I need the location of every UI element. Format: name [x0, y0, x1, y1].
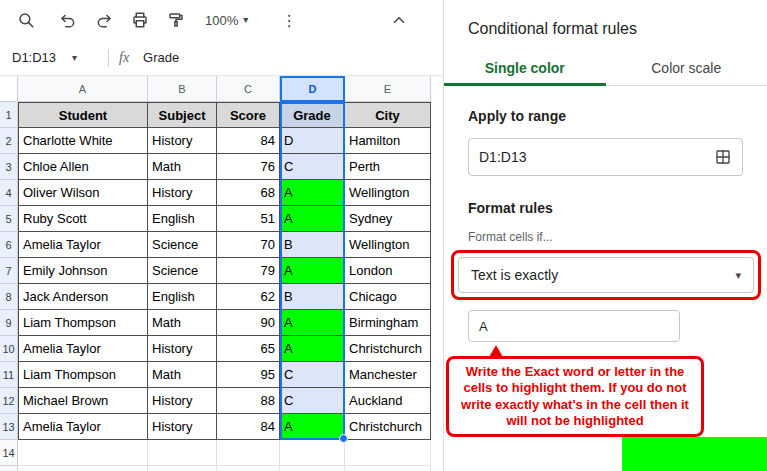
cell-B4[interactable]: History — [148, 180, 217, 206]
cell-C6[interactable]: 70 — [217, 232, 280, 258]
cell-D11[interactable]: C — [280, 362, 345, 388]
cell-D14[interactable] — [280, 440, 345, 466]
tab-single-color[interactable]: Single color — [444, 52, 606, 86]
cell-A3[interactable]: Chloe Allen — [18, 154, 148, 180]
range-input[interactable]: D1:D13 — [468, 138, 743, 176]
cell-A14[interactable] — [18, 440, 148, 466]
cell-D6[interactable]: B — [280, 232, 345, 258]
column-header-A[interactable]: A — [18, 76, 148, 102]
cell-B10[interactable]: History — [148, 336, 217, 362]
row-header-15[interactable]: 15 — [0, 466, 18, 471]
column-header-B[interactable]: B — [148, 76, 217, 102]
cell-D13[interactable]: A — [280, 414, 345, 440]
condition-dropdown[interactable]: Text is exactly ▾ — [458, 257, 754, 293]
row-header-9[interactable]: 9 — [0, 310, 18, 336]
cell-C3[interactable]: 76 — [217, 154, 280, 180]
cell-A13[interactable]: Amelia Taylor — [18, 414, 148, 440]
cell-C10[interactable]: 65 — [217, 336, 280, 362]
undo-button[interactable] — [54, 6, 82, 34]
name-box[interactable]: D1:D13 ▾ — [12, 50, 98, 65]
cell-D15[interactable] — [280, 466, 345, 471]
cell-E14[interactable] — [345, 440, 431, 466]
row-header-4[interactable]: 4 — [0, 180, 18, 206]
cell-C14[interactable] — [217, 440, 280, 466]
cell-B1[interactable]: Subject — [148, 102, 217, 128]
row-header-13[interactable]: 13 — [0, 414, 18, 440]
cell-C15[interactable] — [217, 466, 280, 471]
cell-E4[interactable]: Wellington — [345, 180, 431, 206]
cell-C9[interactable]: 90 — [217, 310, 280, 336]
cell-A9[interactable]: Liam Thompson — [18, 310, 148, 336]
cell-E13[interactable]: Christchurch — [345, 414, 431, 440]
cell-B3[interactable]: Math — [148, 154, 217, 180]
cell-B5[interactable]: English — [148, 206, 217, 232]
print-button[interactable] — [126, 6, 154, 34]
cell-A7[interactable]: Emily Johnson — [18, 258, 148, 284]
cell-E9[interactable]: Birmingham — [345, 310, 431, 336]
row-header-5[interactable]: 5 — [0, 206, 18, 232]
cell-B12[interactable]: History — [148, 388, 217, 414]
tab-color-scale[interactable]: Color scale — [606, 52, 767, 85]
cell-B9[interactable]: Math — [148, 310, 217, 336]
cell-A4[interactable]: Oliver Wilson — [18, 180, 148, 206]
row-header-10[interactable]: 10 — [0, 336, 18, 362]
cell-A11[interactable]: Liam Thompson — [18, 362, 148, 388]
cell-E3[interactable]: Perth — [345, 154, 431, 180]
cell-B7[interactable]: Science — [148, 258, 217, 284]
cell-C13[interactable]: 84 — [217, 414, 280, 440]
cell-C4[interactable]: 68 — [217, 180, 280, 206]
cell-C12[interactable]: 88 — [217, 388, 280, 414]
cell-E11[interactable]: Manchester — [345, 362, 431, 388]
cell-A15[interactable] — [18, 466, 148, 471]
condition-value-input[interactable]: A — [468, 310, 680, 342]
collapse-toolbar-button[interactable] — [385, 6, 413, 34]
row-header-1[interactable]: 1 — [0, 102, 18, 128]
cell-E1[interactable]: City — [345, 102, 431, 128]
cell-A8[interactable]: Jack Anderson — [18, 284, 148, 310]
cell-C11[interactable]: 95 — [217, 362, 280, 388]
cell-B13[interactable]: History — [148, 414, 217, 440]
cell-C8[interactable]: 62 — [217, 284, 280, 310]
cell-E2[interactable]: Hamilton — [345, 128, 431, 154]
row-header-6[interactable]: 6 — [0, 232, 18, 258]
cell-B14[interactable] — [148, 440, 217, 466]
cell-B2[interactable]: History — [148, 128, 217, 154]
paint-format-button[interactable] — [162, 6, 190, 34]
formula-input[interactable]: Grade — [143, 50, 179, 65]
more-options-button[interactable]: ⋮ — [277, 11, 301, 30]
grid-corner[interactable] — [0, 76, 18, 102]
row-header-3[interactable]: 3 — [0, 154, 18, 180]
cell-E8[interactable]: Chicago — [345, 284, 431, 310]
cell-B15[interactable] — [148, 466, 217, 471]
cell-D1[interactable]: Grade — [280, 102, 345, 128]
cell-A1[interactable]: Student — [18, 102, 148, 128]
cell-E5[interactable]: Sydney — [345, 206, 431, 232]
column-header-E[interactable]: E — [345, 76, 431, 102]
row-header-11[interactable]: 11 — [0, 362, 18, 388]
cell-D12[interactable]: C — [280, 388, 345, 414]
cell-B6[interactable]: Science — [148, 232, 217, 258]
cell-A6[interactable]: Amelia Taylor — [18, 232, 148, 258]
cell-D4[interactable]: A — [280, 180, 345, 206]
cell-D2[interactable]: D — [280, 128, 345, 154]
cell-E15[interactable] — [345, 466, 431, 471]
redo-button[interactable] — [90, 6, 118, 34]
cell-C7[interactable]: 79 — [217, 258, 280, 284]
row-header-12[interactable]: 12 — [0, 388, 18, 414]
cell-D5[interactable]: A — [280, 206, 345, 232]
cell-E10[interactable]: Christchurch — [345, 336, 431, 362]
column-header-C[interactable]: C — [217, 76, 280, 102]
cell-C5[interactable]: 51 — [217, 206, 280, 232]
cell-D8[interactable]: B — [280, 284, 345, 310]
cell-D9[interactable]: A — [280, 310, 345, 336]
row-header-14[interactable]: 14 — [0, 440, 18, 466]
cell-A5[interactable]: Ruby Scott — [18, 206, 148, 232]
cell-D3[interactable]: C — [280, 154, 345, 180]
cell-D7[interactable]: A — [280, 258, 345, 284]
fill-handle[interactable] — [339, 434, 348, 443]
cell-A10[interactable]: Amelia Taylor — [18, 336, 148, 362]
search-button[interactable] — [12, 6, 40, 34]
cell-E7[interactable]: London — [345, 258, 431, 284]
cell-B11[interactable]: Math — [148, 362, 217, 388]
row-header-2[interactable]: 2 — [0, 128, 18, 154]
